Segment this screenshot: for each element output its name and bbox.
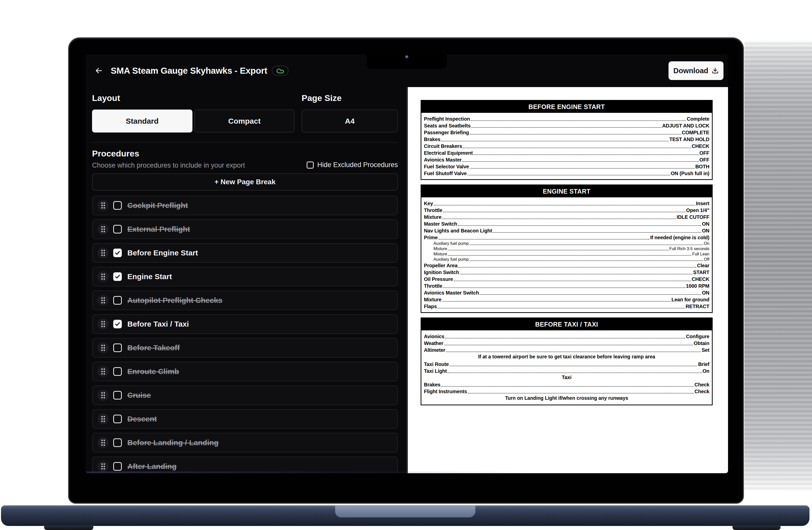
drag-handle[interactable] <box>98 224 109 235</box>
hide-excluded-toggle[interactable]: Hide Excluded Procedures <box>307 161 398 169</box>
checklist-item-value: RETRACT <box>686 304 709 309</box>
grip-dots-icon <box>101 463 105 470</box>
procedure-item[interactable]: Enroute Climb <box>92 362 398 381</box>
procedure-checkbox[interactable] <box>113 367 122 376</box>
dot-leader <box>445 338 685 338</box>
page-size-option-a4[interactable]: A4 <box>302 110 398 132</box>
procedure-label: Cockpit Preflight <box>127 201 188 210</box>
procedure-checkbox[interactable] <box>113 391 122 400</box>
checklist-item-value: OFF <box>699 157 709 163</box>
checklist-row: MixtureFull Lean <box>424 251 709 256</box>
checkmark-icon <box>115 274 120 280</box>
dot-leader <box>448 255 692 256</box>
checklist-item-value: 1000 RPM <box>686 283 709 289</box>
checklist-title: BEFORE TAXI / TAXI <box>421 318 712 330</box>
drag-handle[interactable] <box>98 342 109 353</box>
checklist-item-label: Flaps <box>424 304 437 309</box>
procedure-item[interactable]: External Preflight <box>92 219 398 239</box>
new-page-break-button[interactable]: + New Page Break <box>92 173 398 191</box>
dot-leader <box>448 250 668 250</box>
procedure-item[interactable]: Engine Start <box>92 267 398 287</box>
checklist-item-label: Altimeter <box>424 347 445 353</box>
layout-option-compact[interactable]: Compact <box>194 110 295 132</box>
preview-pages: BEFORE ENGINE STARTPreflight InspectionC… <box>421 100 713 405</box>
procedure-checkbox[interactable] <box>113 225 122 234</box>
checklist-item-label: Propeller Area <box>424 263 458 268</box>
layout-option-standard[interactable]: Standard <box>92 110 192 132</box>
checklist-row: Auxiliary fuel pumpOn <box>424 240 709 246</box>
procedure-checkbox[interactable] <box>113 438 122 447</box>
drag-handle[interactable] <box>98 319 109 330</box>
drag-handle[interactable] <box>98 200 109 211</box>
checklist-item-value: Lean for ground <box>671 297 709 303</box>
back-button[interactable] <box>93 65 105 76</box>
procedure-checkbox[interactable] <box>113 462 122 471</box>
checklist-item-value: Configure <box>686 334 709 339</box>
checklist-item-label: Ignition Switch <box>424 269 459 275</box>
grip-dots-icon <box>101 344 105 351</box>
checklist-row: MixtureLean for ground <box>424 296 709 303</box>
checklist-item-value: Brief <box>698 361 709 367</box>
grip-dots-icon <box>101 368 105 375</box>
checklist-item-label: Throttle <box>424 283 442 289</box>
download-button[interactable]: Download <box>668 61 724 80</box>
checklist-row: Throttle1000 RPM <box>424 282 709 289</box>
procedure-checkbox[interactable] <box>113 296 122 305</box>
layout-heading: Layout <box>92 93 294 103</box>
checklist-row: FlapsRETRACT <box>424 303 709 309</box>
procedure-item[interactable]: Cockpit Preflight <box>92 196 398 215</box>
dot-leader <box>442 301 671 302</box>
grip-dots-icon <box>101 439 105 446</box>
drag-handle[interactable] <box>98 247 109 259</box>
layout-pagesize-row: Layout Standard Compact Page Size A4 <box>92 93 398 132</box>
drag-handle[interactable] <box>98 271 109 282</box>
sync-status-badge[interactable] <box>272 66 289 76</box>
drag-handle[interactable] <box>98 366 109 377</box>
hide-excluded-checkbox[interactable] <box>307 162 314 169</box>
procedures-heading-block: Procedures Choose which procedures to in… <box>92 149 245 169</box>
export-options-panel: Layout Standard Compact Page Size A4 <box>86 87 406 473</box>
export-preview-panel: BEFORE ENGINE STARTPreflight InspectionC… <box>408 87 728 473</box>
procedure-item[interactable]: Before Engine Start <box>92 243 398 263</box>
dot-leader <box>469 245 703 245</box>
procedure-item[interactable]: After Landing <box>92 457 398 473</box>
procedure-item[interactable]: Descent <box>92 409 398 429</box>
drag-handle[interactable] <box>98 414 109 424</box>
page-size-options: A4 <box>302 110 398 132</box>
procedure-label: After Landing <box>127 462 176 471</box>
dot-leader <box>467 175 670 176</box>
procedure-item[interactable]: Before Landing / Landing <box>92 433 398 452</box>
checklist-row: Electrical EquipmentOFF <box>424 149 709 156</box>
checklist-item-label: Key <box>424 201 433 207</box>
checklist-row: Master SwitchON <box>424 220 709 227</box>
dot-leader <box>441 386 694 387</box>
checklist-row: Preflight InspectionComplete <box>424 115 709 122</box>
checkmark-icon <box>115 321 120 327</box>
camera-notch <box>367 54 447 69</box>
procedure-checkbox[interactable] <box>113 344 122 352</box>
panel-divider <box>406 87 408 473</box>
checklist-row: PrimeIf needed (engine is cold) <box>424 234 709 240</box>
drag-handle[interactable] <box>98 295 109 306</box>
procedure-checkbox[interactable] <box>113 249 122 257</box>
procedure-checkbox[interactable] <box>113 272 122 281</box>
checklist-item-value: On <box>704 241 709 246</box>
procedure-checkbox[interactable] <box>113 320 122 329</box>
procedure-checkbox[interactable] <box>113 415 122 423</box>
checklist-item-label: Avionics Master Switch <box>424 290 479 296</box>
checklist-item-value: BOTH <box>695 164 709 170</box>
procedure-item[interactable]: Before Takeoff <box>92 338 398 358</box>
procedure-item[interactable]: Cruise <box>92 386 398 405</box>
procedure-item[interactable]: Autopilot Preflight Checks <box>92 291 398 310</box>
grip-dots-icon <box>101 321 105 327</box>
procedure-checkbox[interactable] <box>113 201 122 210</box>
dot-leader <box>463 148 691 148</box>
drag-handle[interactable] <box>98 437 109 448</box>
drag-handle[interactable] <box>98 461 109 472</box>
procedure-item[interactable]: Before Taxi / Taxi <box>92 314 398 334</box>
dot-leader <box>458 225 701 226</box>
checklist-item-value: On <box>702 368 709 374</box>
checklist-row: Taxi RouteBrief <box>424 360 709 367</box>
laptop-screen: SMA Steam Gauge Skyhawks - Export Downlo… <box>68 37 744 504</box>
drag-handle[interactable] <box>98 390 109 401</box>
